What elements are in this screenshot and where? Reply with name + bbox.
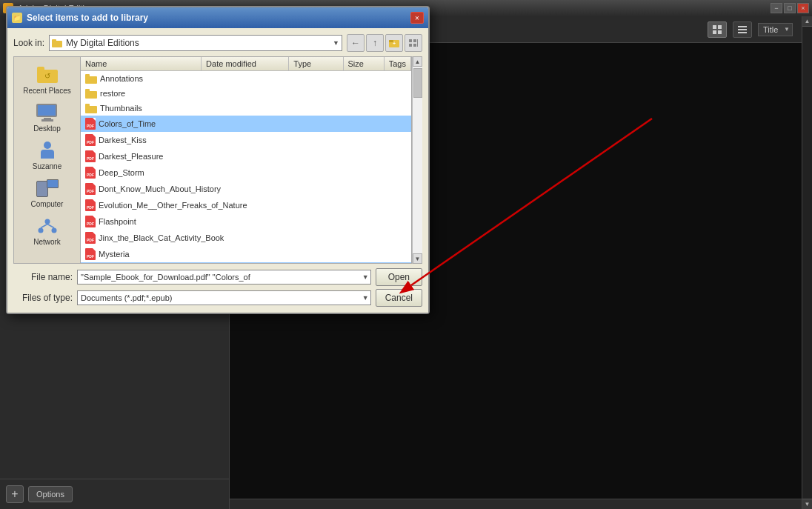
maximize-button[interactable]: □ (784, 3, 796, 13)
pdf-icon: PDF (85, 232, 96, 244)
col-header-name[interactable]: Name (81, 57, 202, 70)
file-name: Annotations (100, 74, 143, 83)
open-button[interactable]: Open (376, 268, 422, 286)
filename-input[interactable] (77, 270, 371, 285)
scroll-track (802, 27, 812, 499)
filename-input-wrap: ▼ (77, 270, 371, 285)
dialog-body: Look in: My Digital Editions ▼ ← (7, 28, 428, 313)
pdf-icon: PDF (85, 248, 96, 260)
cancel-button[interactable]: Cancel (376, 289, 422, 307)
svg-rect-7 (713, 30, 716, 34)
file-type (223, 187, 232, 190)
table-row[interactable]: PDF Deep_Storm (81, 164, 411, 181)
pdf-icon: PDF (85, 134, 96, 146)
file-size (359, 107, 402, 110)
file-size (232, 171, 241, 174)
minimize-button[interactable]: − (771, 3, 782, 13)
col-header-type[interactable]: Type (289, 57, 343, 70)
file-tags (402, 92, 411, 95)
svg-rect-19 (417, 39, 418, 47)
file-name: Jinx_the_Black_Cat_Activity_Book (99, 233, 224, 242)
look-in-row: Look in: My Digital Editions ▼ ← (13, 34, 422, 52)
dialog-close-button[interactable]: × (410, 12, 424, 24)
nav-views-button[interactable] (405, 34, 422, 52)
nav-back-button[interactable]: ← (347, 34, 365, 52)
table-row[interactable]: Thumbnails (81, 101, 411, 116)
left-nav-network[interactable]: Network (19, 213, 76, 249)
svg-rect-8 (718, 30, 722, 34)
col-header-tags[interactable]: Tags (385, 57, 411, 70)
file-size (232, 204, 241, 207)
sort-select[interactable]: Title (758, 23, 793, 36)
file-size (232, 187, 241, 190)
col-header-date[interactable]: Date modified (202, 57, 289, 70)
table-row[interactable]: PDF Darkest_Kiss (81, 132, 411, 148)
svg-rect-17 (409, 44, 412, 47)
svg-rect-5 (713, 25, 716, 29)
file-list-scrollbar[interactable]: ▲ ▼ (412, 56, 422, 264)
file-name: Thumbnails (100, 104, 142, 113)
scroll-up-arrow[interactable]: ▲ (802, 16, 812, 27)
table-row[interactable]: PDF Dont_Know_Much_About_History (81, 181, 411, 197)
file-tags (241, 253, 250, 256)
file-size (232, 253, 241, 256)
sort-dropdown[interactable]: Title (758, 23, 793, 36)
file-date (214, 220, 223, 223)
svg-point-22 (51, 228, 56, 233)
svg-point-21 (38, 228, 43, 233)
file-size (359, 77, 402, 80)
file-scroll-thumb[interactable] (413, 68, 422, 98)
left-nav-recent[interactable]: ↺ Recent Places (19, 61, 76, 98)
table-row[interactable]: Annotations (81, 71, 411, 86)
close-button[interactable]: × (797, 3, 809, 13)
file-name: Deep_Storm (99, 168, 144, 177)
left-nav-computer-icon (36, 178, 59, 199)
filename-row: File name: ▼ Open (13, 268, 422, 286)
filetype-select[interactable]: Documents (*.pdf;*.epub) (77, 290, 371, 305)
file-name: Colors_of_Time (99, 119, 156, 128)
file-type (223, 204, 232, 207)
left-nav-desktop[interactable]: Desktop (19, 99, 76, 136)
left-nav-computer[interactable]: Computer (19, 175, 76, 211)
file-type (223, 236, 232, 239)
nav-up-button[interactable]: ↑ (366, 34, 384, 52)
file-tags (402, 77, 411, 80)
svg-text:+: + (393, 41, 396, 46)
right-scrollbar[interactable]: ▲ ▼ (802, 16, 812, 509)
nav-new-folder-button[interactable]: + (385, 34, 403, 52)
file-scroll-down[interactable]: ▼ (413, 253, 422, 264)
table-row[interactable]: PDF Flashpoint (81, 213, 411, 230)
table-row[interactable]: restore (81, 86, 411, 101)
filetype-label: Files of type: (13, 293, 73, 303)
file-scroll-up[interactable]: ▲ (413, 56, 422, 67)
folder-icon (85, 74, 97, 84)
table-row[interactable]: PDF Sample_Ebook_for_Download (81, 262, 411, 264)
file-tags (402, 122, 411, 125)
file-tags (241, 155, 250, 158)
table-row[interactable]: PDF Darkest_Pleasure (81, 148, 411, 164)
svg-rect-10 (738, 29, 747, 30)
list-view-button[interactable] (733, 21, 752, 38)
file-date (209, 107, 302, 110)
file-date (214, 253, 223, 256)
left-nav-suzanne[interactable]: Suzanne (19, 137, 76, 173)
col-header-size[interactable]: Size (344, 57, 385, 70)
file-tags (241, 171, 250, 174)
svg-rect-16 (413, 39, 416, 42)
file-date (214, 204, 223, 207)
file-tags (241, 187, 250, 190)
table-row[interactable]: PDF Jinx_the_Black_Cat_Activity_Book (81, 230, 411, 246)
svg-point-20 (44, 219, 50, 224)
left-nav-recent-icon: ↺ (36, 64, 59, 85)
file-list[interactable]: Name Date modified Type Size Tags (80, 56, 412, 264)
grid-view-button[interactable] (708, 21, 727, 38)
table-row[interactable]: PDF Mysteria (81, 246, 411, 262)
look-in-select[interactable]: My Digital Editions (49, 35, 342, 51)
dialog-icon: 📁 (12, 13, 22, 23)
table-row[interactable]: PDF Colors_of_Time (81, 116, 411, 132)
left-nav-desktop-icon (36, 102, 59, 123)
look-in-nav-buttons: ← ↑ + (347, 34, 422, 52)
scroll-down-arrow[interactable]: ▼ (802, 499, 812, 509)
table-row[interactable]: PDF Evolution_Me__Other_Freaks_of_Nature (81, 197, 411, 213)
dialog-bottom: File name: ▼ Open Files of type: Documen… (13, 268, 422, 307)
